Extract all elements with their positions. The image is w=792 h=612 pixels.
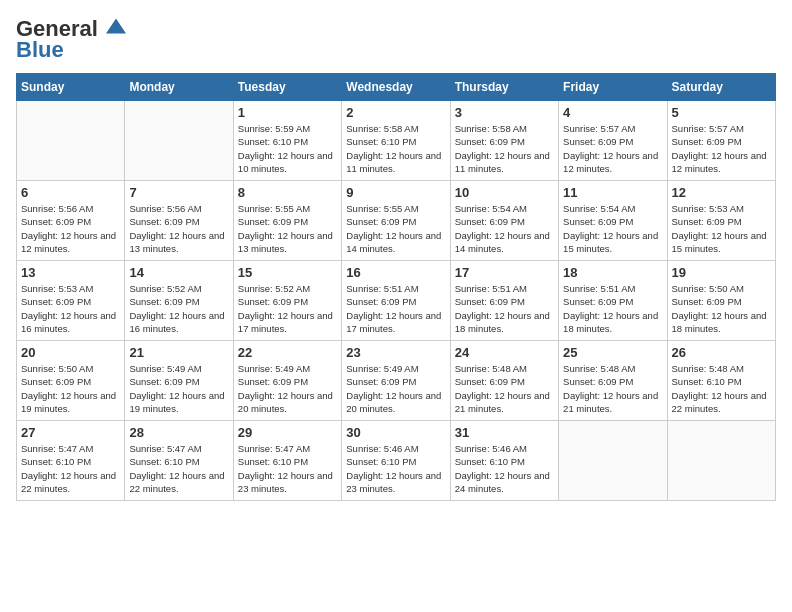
calendar-cell xyxy=(17,101,125,181)
day-number: 29 xyxy=(238,425,337,440)
day-number: 6 xyxy=(21,185,120,200)
day-number: 21 xyxy=(129,345,228,360)
calendar-cell: 21Sunrise: 5:49 AM Sunset: 6:09 PM Dayli… xyxy=(125,341,233,421)
calendar-cell: 7Sunrise: 5:56 AM Sunset: 6:09 PM Daylig… xyxy=(125,181,233,261)
calendar-cell xyxy=(667,421,775,501)
calendar-cell: 24Sunrise: 5:48 AM Sunset: 6:09 PM Dayli… xyxy=(450,341,558,421)
day-number: 26 xyxy=(672,345,771,360)
day-info: Sunrise: 5:49 AM Sunset: 6:09 PM Dayligh… xyxy=(238,362,337,415)
day-info: Sunrise: 5:47 AM Sunset: 6:10 PM Dayligh… xyxy=(238,442,337,495)
day-info: Sunrise: 5:48 AM Sunset: 6:10 PM Dayligh… xyxy=(672,362,771,415)
header: General Blue xyxy=(16,16,776,63)
day-number: 5 xyxy=(672,105,771,120)
calendar-cell: 29Sunrise: 5:47 AM Sunset: 6:10 PM Dayli… xyxy=(233,421,341,501)
day-number: 19 xyxy=(672,265,771,280)
day-info: Sunrise: 5:50 AM Sunset: 6:09 PM Dayligh… xyxy=(672,282,771,335)
calendar-cell: 15Sunrise: 5:52 AM Sunset: 6:09 PM Dayli… xyxy=(233,261,341,341)
day-info: Sunrise: 5:47 AM Sunset: 6:10 PM Dayligh… xyxy=(129,442,228,495)
day-number: 28 xyxy=(129,425,228,440)
weekday-header: Friday xyxy=(559,74,667,101)
calendar-cell: 19Sunrise: 5:50 AM Sunset: 6:09 PM Dayli… xyxy=(667,261,775,341)
day-number: 7 xyxy=(129,185,228,200)
day-info: Sunrise: 5:59 AM Sunset: 6:10 PM Dayligh… xyxy=(238,122,337,175)
day-info: Sunrise: 5:57 AM Sunset: 6:09 PM Dayligh… xyxy=(563,122,662,175)
day-number: 31 xyxy=(455,425,554,440)
calendar-cell xyxy=(559,421,667,501)
day-info: Sunrise: 5:56 AM Sunset: 6:09 PM Dayligh… xyxy=(21,202,120,255)
calendar-cell: 9Sunrise: 5:55 AM Sunset: 6:09 PM Daylig… xyxy=(342,181,450,261)
calendar-cell: 20Sunrise: 5:50 AM Sunset: 6:09 PM Dayli… xyxy=(17,341,125,421)
calendar-cell: 3Sunrise: 5:58 AM Sunset: 6:09 PM Daylig… xyxy=(450,101,558,181)
calendar-cell: 17Sunrise: 5:51 AM Sunset: 6:09 PM Dayli… xyxy=(450,261,558,341)
day-number: 24 xyxy=(455,345,554,360)
calendar-cell: 12Sunrise: 5:53 AM Sunset: 6:09 PM Dayli… xyxy=(667,181,775,261)
day-info: Sunrise: 5:46 AM Sunset: 6:10 PM Dayligh… xyxy=(346,442,445,495)
day-number: 20 xyxy=(21,345,120,360)
day-info: Sunrise: 5:51 AM Sunset: 6:09 PM Dayligh… xyxy=(346,282,445,335)
calendar-header: SundayMondayTuesdayWednesdayThursdayFrid… xyxy=(17,74,776,101)
day-info: Sunrise: 5:52 AM Sunset: 6:09 PM Dayligh… xyxy=(129,282,228,335)
weekday-header: Sunday xyxy=(17,74,125,101)
weekday-header: Thursday xyxy=(450,74,558,101)
day-info: Sunrise: 5:48 AM Sunset: 6:09 PM Dayligh… xyxy=(563,362,662,415)
calendar-cell: 27Sunrise: 5:47 AM Sunset: 6:10 PM Dayli… xyxy=(17,421,125,501)
day-number: 11 xyxy=(563,185,662,200)
day-info: Sunrise: 5:58 AM Sunset: 6:10 PM Dayligh… xyxy=(346,122,445,175)
day-info: Sunrise: 5:50 AM Sunset: 6:09 PM Dayligh… xyxy=(21,362,120,415)
day-info: Sunrise: 5:52 AM Sunset: 6:09 PM Dayligh… xyxy=(238,282,337,335)
calendar-cell: 11Sunrise: 5:54 AM Sunset: 6:09 PM Dayli… xyxy=(559,181,667,261)
day-info: Sunrise: 5:47 AM Sunset: 6:10 PM Dayligh… xyxy=(21,442,120,495)
day-number: 8 xyxy=(238,185,337,200)
weekday-header: Tuesday xyxy=(233,74,341,101)
calendar-table: SundayMondayTuesdayWednesdayThursdayFrid… xyxy=(16,73,776,501)
day-number: 2 xyxy=(346,105,445,120)
day-info: Sunrise: 5:54 AM Sunset: 6:09 PM Dayligh… xyxy=(563,202,662,255)
calendar-cell: 10Sunrise: 5:54 AM Sunset: 6:09 PM Dayli… xyxy=(450,181,558,261)
day-number: 4 xyxy=(563,105,662,120)
day-number: 9 xyxy=(346,185,445,200)
calendar-cell: 22Sunrise: 5:49 AM Sunset: 6:09 PM Dayli… xyxy=(233,341,341,421)
weekday-header: Monday xyxy=(125,74,233,101)
calendar-cell: 28Sunrise: 5:47 AM Sunset: 6:10 PM Dayli… xyxy=(125,421,233,501)
calendar-cell: 30Sunrise: 5:46 AM Sunset: 6:10 PM Dayli… xyxy=(342,421,450,501)
calendar-cell: 14Sunrise: 5:52 AM Sunset: 6:09 PM Dayli… xyxy=(125,261,233,341)
logo-icon xyxy=(106,16,126,36)
calendar-body: 1Sunrise: 5:59 AM Sunset: 6:10 PM Daylig… xyxy=(17,101,776,501)
day-info: Sunrise: 5:53 AM Sunset: 6:09 PM Dayligh… xyxy=(21,282,120,335)
weekday-header: Saturday xyxy=(667,74,775,101)
day-info: Sunrise: 5:49 AM Sunset: 6:09 PM Dayligh… xyxy=(346,362,445,415)
day-number: 16 xyxy=(346,265,445,280)
day-info: Sunrise: 5:58 AM Sunset: 6:09 PM Dayligh… xyxy=(455,122,554,175)
day-number: 30 xyxy=(346,425,445,440)
calendar-cell: 25Sunrise: 5:48 AM Sunset: 6:09 PM Dayli… xyxy=(559,341,667,421)
calendar-cell: 8Sunrise: 5:55 AM Sunset: 6:09 PM Daylig… xyxy=(233,181,341,261)
day-info: Sunrise: 5:56 AM Sunset: 6:09 PM Dayligh… xyxy=(129,202,228,255)
day-info: Sunrise: 5:51 AM Sunset: 6:09 PM Dayligh… xyxy=(455,282,554,335)
calendar-cell: 4Sunrise: 5:57 AM Sunset: 6:09 PM Daylig… xyxy=(559,101,667,181)
day-info: Sunrise: 5:46 AM Sunset: 6:10 PM Dayligh… xyxy=(455,442,554,495)
day-number: 18 xyxy=(563,265,662,280)
calendar-cell: 26Sunrise: 5:48 AM Sunset: 6:10 PM Dayli… xyxy=(667,341,775,421)
day-number: 15 xyxy=(238,265,337,280)
calendar-cell: 6Sunrise: 5:56 AM Sunset: 6:09 PM Daylig… xyxy=(17,181,125,261)
day-number: 13 xyxy=(21,265,120,280)
calendar-cell: 2Sunrise: 5:58 AM Sunset: 6:10 PM Daylig… xyxy=(342,101,450,181)
day-number: 12 xyxy=(672,185,771,200)
calendar-cell: 31Sunrise: 5:46 AM Sunset: 6:10 PM Dayli… xyxy=(450,421,558,501)
day-info: Sunrise: 5:55 AM Sunset: 6:09 PM Dayligh… xyxy=(346,202,445,255)
day-info: Sunrise: 5:54 AM Sunset: 6:09 PM Dayligh… xyxy=(455,202,554,255)
logo: General Blue xyxy=(16,16,126,63)
calendar-cell: 23Sunrise: 5:49 AM Sunset: 6:09 PM Dayli… xyxy=(342,341,450,421)
calendar-cell: 16Sunrise: 5:51 AM Sunset: 6:09 PM Dayli… xyxy=(342,261,450,341)
day-info: Sunrise: 5:48 AM Sunset: 6:09 PM Dayligh… xyxy=(455,362,554,415)
day-number: 23 xyxy=(346,345,445,360)
weekday-header: Wednesday xyxy=(342,74,450,101)
day-info: Sunrise: 5:53 AM Sunset: 6:09 PM Dayligh… xyxy=(672,202,771,255)
calendar-cell: 18Sunrise: 5:51 AM Sunset: 6:09 PM Dayli… xyxy=(559,261,667,341)
day-number: 27 xyxy=(21,425,120,440)
svg-marker-0 xyxy=(106,19,126,34)
day-number: 14 xyxy=(129,265,228,280)
day-info: Sunrise: 5:49 AM Sunset: 6:09 PM Dayligh… xyxy=(129,362,228,415)
calendar-cell xyxy=(125,101,233,181)
calendar-cell: 13Sunrise: 5:53 AM Sunset: 6:09 PM Dayli… xyxy=(17,261,125,341)
